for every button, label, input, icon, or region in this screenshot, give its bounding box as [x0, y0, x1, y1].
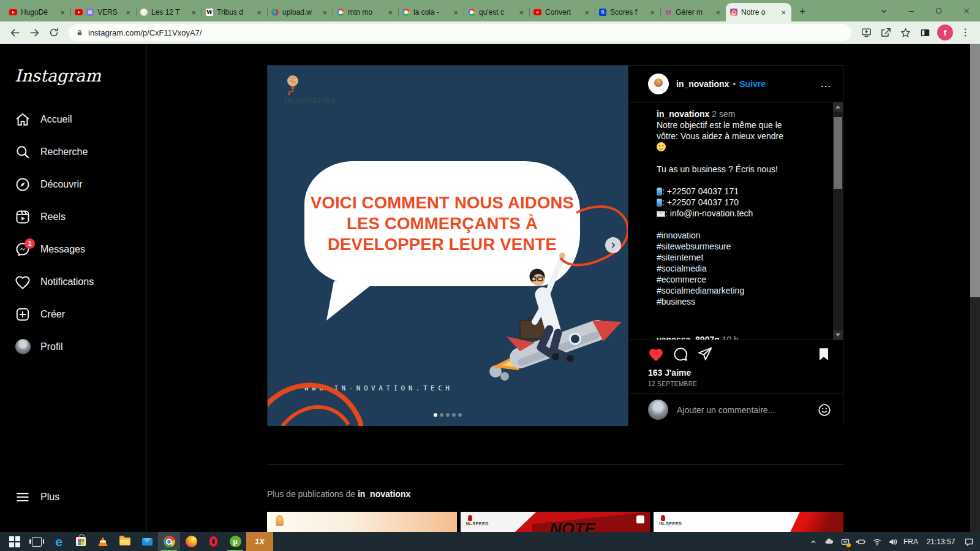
sidebar-item-plus[interactable]: Plus — [15, 489, 59, 505]
hashtag-link[interactable]: #business — [657, 296, 794, 307]
close-button[interactable] — [952, 0, 980, 21]
edge-taskbar-icon[interactable]: e — [48, 532, 70, 551]
tab-close-icon[interactable]: × — [190, 8, 197, 17]
carousel-dot[interactable] — [440, 413, 443, 417]
post-author-username[interactable]: in_novationx — [676, 79, 729, 89]
comment-input[interactable]: Ajouter un commentaire... — [677, 405, 817, 415]
onexbet-taskbar-icon[interactable]: 1X — [246, 532, 273, 551]
browser-menu-icon[interactable] — [956, 23, 975, 42]
sidebar-item-accueil[interactable]: Accueil — [0, 103, 147, 135]
forward-button[interactable] — [24, 23, 44, 42]
more-post-thumbnail[interactable] — [267, 512, 457, 532]
more-post-thumbnail[interactable]: IN-SPEEDNOTE — [461, 512, 650, 532]
browser-tab[interactable]: WTribus d× — [202, 3, 267, 21]
comment-icon[interactable] — [673, 346, 688, 362]
carousel-dot[interactable] — [434, 413, 437, 417]
tab-close-icon[interactable]: × — [714, 8, 722, 17]
onedrive-icon[interactable] — [824, 537, 834, 547]
window-scrollbar-thumb[interactable] — [970, 44, 980, 297]
carousel-next-button[interactable] — [605, 237, 621, 253]
hashtag-link[interactable]: #socialmediamarketing — [657, 285, 794, 296]
browser-tab[interactable]: qu'est c× — [464, 3, 529, 21]
browser-tab[interactable]: mtn mo× — [333, 3, 398, 21]
action-center-icon[interactable] — [963, 537, 974, 547]
firefox-taskbar-icon[interactable] — [180, 532, 202, 551]
tab-close-icon[interactable]: × — [59, 8, 66, 17]
sidebar-item-notifications[interactable]: Notifications — [0, 265, 147, 298]
url-text[interactable]: instagram.com/p/CxF11VxoyA7/ — [88, 28, 202, 37]
utorrent-taskbar-icon[interactable]: µ — [224, 532, 246, 551]
sidebar-item-reels[interactable]: Reels — [0, 200, 147, 233]
start-taskbar-icon[interactable] — [4, 532, 26, 551]
tab-close-icon[interactable]: × — [386, 8, 394, 17]
hashtag-link[interactable]: #socialmedia — [657, 263, 794, 274]
caption-username[interactable]: in_novationx — [657, 109, 709, 119]
tab-close-icon[interactable]: × — [649, 8, 656, 17]
scroll-up-icon[interactable] — [833, 102, 843, 112]
clock[interactable]: 21:13:57 — [924, 538, 958, 546]
chrome-taskbar-icon[interactable] — [158, 532, 180, 551]
tab-close-icon[interactable]: × — [583, 8, 590, 17]
tab-close-icon[interactable]: × — [452, 8, 459, 17]
browser-tab[interactable]: Les 12 T× — [136, 3, 202, 21]
task-view-taskbar-icon[interactable] — [26, 532, 48, 551]
browser-tab[interactable]: Convert× — [529, 3, 595, 21]
more-post-thumbnail[interactable]: IN-SPEED — [654, 512, 843, 532]
bookmark-star-icon[interactable] — [895, 23, 915, 42]
share-post-icon[interactable] — [697, 346, 713, 362]
install-icon[interactable] — [856, 23, 876, 42]
browser-tab[interactable]: Notre o× — [726, 3, 791, 21]
back-button[interactable] — [5, 23, 24, 42]
sidebar-item-découvrir[interactable]: Découvrir — [0, 168, 147, 200]
sidebar-item-créer[interactable]: Créer — [0, 298, 147, 330]
rotation-lock-icon[interactable] — [840, 537, 850, 547]
sidebar-item-messages[interactable]: 1Messages — [0, 233, 147, 265]
sidebar-item-recherche[interactable]: Recherche — [0, 135, 147, 168]
tab-close-icon[interactable]: × — [780, 8, 787, 17]
like-icon[interactable] — [648, 346, 664, 362]
mail-taskbar-icon[interactable] — [136, 532, 158, 551]
sidebar-item-profil[interactable]: Profil — [0, 330, 147, 363]
url-bar[interactable]: instagram.com/p/CxF11VxoyA7/ — [69, 24, 851, 41]
browser-tab[interactable]: la cola -× — [398, 3, 464, 21]
comments-scrollbar[interactable] — [833, 102, 843, 340]
tab-close-icon[interactable]: × — [518, 8, 525, 17]
hashtag-link[interactable]: #innovation — [657, 230, 794, 241]
like-count[interactable]: 163 J'aime — [648, 368, 832, 378]
more-posts-username[interactable]: in_novationx — [358, 489, 410, 499]
tab-search-chevron-icon[interactable] — [870, 0, 897, 21]
tray-chevron-icon[interactable] — [808, 537, 818, 547]
language-indicator[interactable]: FRA — [903, 538, 918, 546]
hashtag-link[interactable]: #siteinternet — [657, 252, 794, 263]
new-tab-button[interactable]: + — [794, 3, 811, 20]
opera-taskbar-icon[interactable] — [202, 532, 224, 551]
tab-close-icon[interactable]: × — [255, 8, 263, 17]
hashtag-link[interactable]: #ecommerce — [657, 274, 794, 285]
post-author-avatar[interactable] — [648, 74, 669, 94]
scroll-down-icon[interactable] — [833, 330, 843, 340]
maximize-button[interactable] — [925, 0, 952, 21]
store-taskbar-icon[interactable] — [70, 532, 92, 551]
battery-icon[interactable] — [856, 537, 866, 547]
browser-tab[interactable]: VERS× — [70, 3, 136, 21]
window-scrollbar[interactable] — [970, 44, 980, 532]
commenter-username[interactable]: vanessa_8907g — [657, 335, 720, 340]
browser-tab[interactable]: MGérer m× — [660, 3, 726, 21]
minimize-button[interactable] — [897, 0, 925, 21]
volume-icon[interactable] — [888, 537, 898, 547]
tab-close-icon[interactable]: × — [124, 8, 132, 17]
wifi-icon[interactable] — [872, 537, 882, 547]
tab-close-icon[interactable]: × — [321, 8, 328, 17]
carousel-dot[interactable] — [458, 413, 462, 417]
save-icon[interactable] — [816, 346, 832, 362]
comment-composer[interactable]: Ajouter un commentaire... — [628, 393, 843, 426]
vlc-taskbar-icon[interactable] — [92, 532, 114, 551]
carousel-dot[interactable] — [452, 413, 456, 417]
reload-button[interactable] — [44, 23, 64, 42]
hashtag-link[interactable]: #sitewebsurmesure — [657, 241, 794, 252]
browser-tab[interactable]: SScores f× — [595, 3, 660, 21]
browser-profile-avatar[interactable]: f — [937, 25, 953, 40]
instagram-logo[interactable]: Instagram — [15, 66, 101, 85]
carousel-dot[interactable] — [446, 413, 450, 417]
side-panel-icon[interactable] — [915, 23, 935, 42]
